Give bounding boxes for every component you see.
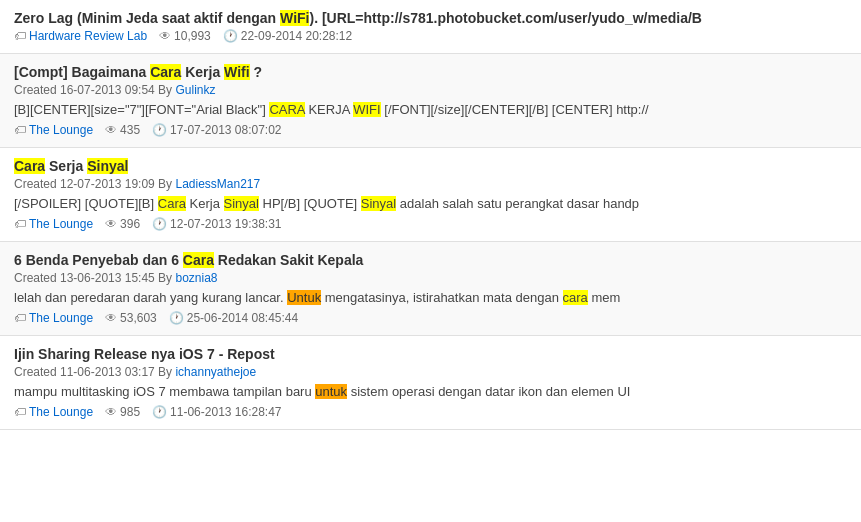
highlight-wifi-2: Wifi [224,64,250,80]
view-count-3: 396 [120,217,140,231]
post-item-3: Cara Serja Sinyal Created 12-07-2013 19:… [0,148,861,242]
category-link-2[interactable]: The Lounge [29,123,93,137]
highlight-cara-ex-4: cara [563,290,588,305]
highlight-untuk-5: untuk [315,384,347,399]
highlight-untuk-4: Untuk [287,290,321,305]
highlight-wifi-ex-2: WIFI [353,102,380,117]
tag-icon-1: 🏷 [14,29,26,43]
author-link-3[interactable]: LadiessMan217 [175,177,260,191]
category-link-4[interactable]: The Lounge [29,311,93,325]
author-link-4[interactable]: boznia8 [175,271,217,285]
highlight-cara-2: Cara [150,64,181,80]
view-count-5: 985 [120,405,140,419]
post-title-5: Ijin Sharing Release nya iOS 7 - Repost [14,346,847,362]
views-3: 👁 396 [105,217,140,231]
highlight-cara-ex-3: Cara [158,196,186,211]
post-footer-1: 🏷 Hardware Review Lab 👁 10,993 🕐 22-09-2… [14,29,847,43]
post-footer-5: 🏷 The Lounge 👁 985 🕐 11-06-2013 16:28:47 [14,405,847,419]
clock-icon-3: 🕐 [152,217,167,231]
post-excerpt-4: lelah dan peredaran darah yang kurang la… [14,290,847,305]
date-4: 🕐 25-06-2014 08:45:44 [169,311,298,325]
category-link-3[interactable]: The Lounge [29,217,93,231]
date-value-3: 12-07-2013 19:38:31 [170,217,281,231]
views-5: 👁 985 [105,405,140,419]
highlight-sinyal-ex-3b: Sinyal [361,196,396,211]
post-meta-3: Created 12-07-2013 19:09 By LadiessMan21… [14,177,847,191]
category-link-1[interactable]: Hardware Review Lab [29,29,147,43]
clock-icon-4: 🕐 [169,311,184,325]
post-title-4: 6 Benda Penyebab dan 6 Cara Redakan Saki… [14,252,847,268]
date-value-5: 11-06-2013 16:28:47 [170,405,281,419]
clock-icon-1: 🕐 [223,29,238,43]
view-count-2: 435 [120,123,140,137]
views-2: 👁 435 [105,123,140,137]
post-title-2: [Compt] Bagaimana Cara Kerja Wifi ? [14,64,847,80]
category-tag-5[interactable]: 🏷 The Lounge [14,405,93,419]
category-tag-3[interactable]: 🏷 The Lounge [14,217,93,231]
post-item-2: [Compt] Bagaimana Cara Kerja Wifi ? Crea… [0,54,861,148]
date-2: 🕐 17-07-2013 08:07:02 [152,123,281,137]
date-value-2: 17-07-2013 08:07:02 [170,123,281,137]
post-title-3: Cara Serja Sinyal [14,158,847,174]
clock-icon-2: 🕐 [152,123,167,137]
created-label-2: Created 16-07-2013 09:54 By [14,83,175,97]
author-link-2[interactable]: Gulinkz [175,83,215,97]
highlight-wifi-1: WiFi [280,10,309,26]
created-label-5: Created 11-06-2013 03:17 By [14,365,175,379]
category-tag-2[interactable]: 🏷 The Lounge [14,123,93,137]
view-count-4: 53,603 [120,311,157,325]
eye-icon-5: 👁 [105,405,117,419]
eye-icon-1: 👁 [159,29,171,43]
tag-icon-5: 🏷 [14,405,26,419]
date-5: 🕐 11-06-2013 16:28:47 [152,405,281,419]
post-item-5: Ijin Sharing Release nya iOS 7 - Repost … [0,336,861,430]
post-excerpt-2: [B][CENTER][size="7"][FONT="Arial Black"… [14,102,847,117]
post-footer-2: 🏷 The Lounge 👁 435 🕐 17-07-2013 08:07:02 [14,123,847,137]
post-footer-4: 🏷 The Lounge 👁 53,603 🕐 25-06-2014 08:45… [14,311,847,325]
tag-icon-3: 🏷 [14,217,26,231]
views-4: 👁 53,603 [105,311,157,325]
post-item-4: 6 Benda Penyebab dan 6 Cara Redakan Saki… [0,242,861,336]
views-1: 👁 10,993 [159,29,211,43]
category-link-5[interactable]: The Lounge [29,405,93,419]
post-meta-5: Created 11-06-2013 03:17 By ichannyathej… [14,365,847,379]
highlight-cara-ex-2: CARA [269,102,304,117]
post-excerpt-3: [/SPOILER] [QUOTE][B] Cara Kerja Sinyal … [14,196,847,211]
date-1: 🕐 22-09-2014 20:28:12 [223,29,352,43]
author-link-5[interactable]: ichannyathejoe [175,365,256,379]
tag-icon-2: 🏷 [14,123,26,137]
post-item-1: Zero Lag (Minim Jeda saat aktif dengan W… [0,0,861,54]
highlight-cara-4: Cara [183,252,214,268]
tag-icon-4: 🏷 [14,311,26,325]
eye-icon-2: 👁 [105,123,117,137]
post-list: Zero Lag (Minim Jeda saat aktif dengan W… [0,0,861,430]
eye-icon-3: 👁 [105,217,117,231]
highlight-sinyal-3: Sinyal [87,158,128,174]
post-meta-2: Created 16-07-2013 09:54 By Gulinkz [14,83,847,97]
clock-icon-5: 🕐 [152,405,167,419]
category-tag-1[interactable]: 🏷 Hardware Review Lab [14,29,147,43]
eye-icon-4: 👁 [105,311,117,325]
highlight-cara-3: Cara [14,158,45,174]
created-label-4: Created 13-06-2013 15:45 By [14,271,175,285]
date-value-1: 22-09-2014 20:28:12 [241,29,352,43]
created-label-3: Created 12-07-2013 19:09 By [14,177,175,191]
highlight-sinyal-ex-3a: Sinyal [224,196,259,211]
post-excerpt-5: mampu multitasking iOS 7 membawa tampila… [14,384,847,399]
date-value-4: 25-06-2014 08:45:44 [187,311,298,325]
post-meta-4: Created 13-06-2013 15:45 By boznia8 [14,271,847,285]
category-tag-4[interactable]: 🏷 The Lounge [14,311,93,325]
view-count-1: 10,993 [174,29,211,43]
post-footer-3: 🏷 The Lounge 👁 396 🕐 12-07-2013 19:38:31 [14,217,847,231]
post-title-1: Zero Lag (Minim Jeda saat aktif dengan W… [14,10,847,26]
date-3: 🕐 12-07-2013 19:38:31 [152,217,281,231]
